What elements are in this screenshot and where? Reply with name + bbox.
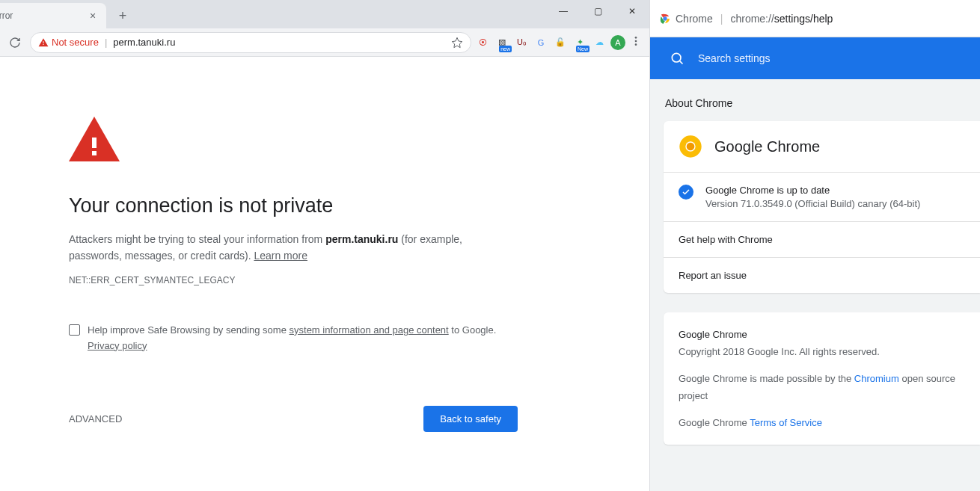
card-header: Google Chrome (664, 121, 980, 173)
tos-link[interactable]: Terms of Service (750, 417, 822, 428)
svg-point-10 (687, 143, 695, 151)
star-icon[interactable] (451, 37, 463, 49)
error-actions: ADVANCED Back to safety (69, 406, 518, 432)
back-to-safety-button[interactable]: Back to safety (423, 406, 518, 432)
unlock-icon[interactable]: 🔓 (554, 36, 567, 49)
menu-button[interactable] (630, 35, 645, 50)
svg-point-2 (635, 43, 637, 46)
security-label: Not secure (52, 37, 99, 48)
warning-icon (69, 117, 120, 161)
section-title: About Chrome (650, 97, 980, 109)
warning-triangle-icon (38, 37, 49, 48)
checkbox[interactable] (69, 324, 80, 336)
maximize-button[interactable]: ▢ (581, 0, 615, 22)
error-code: NET::ERR_CERT_SYMANTEC_LEGACY (69, 275, 581, 285)
address-bar[interactable]: Not secure | perm.tanuki.ru (30, 32, 471, 53)
svg-point-0 (635, 37, 637, 39)
tab-title: error (0, 10, 87, 21)
minimize-button[interactable]: — (546, 0, 581, 22)
browser-window-left: error × + — ▢ ✕ Not secure | perm.tanuki… (0, 0, 649, 491)
svg-point-1 (635, 40, 637, 42)
opensource-text: Google Chrome is made possible by the Ch… (679, 370, 965, 405)
svg-point-5 (663, 16, 667, 20)
settings-omnibox-row: Chrome | chrome://settings/help (650, 0, 980, 37)
error-page: Your connection is not private Attackers… (0, 57, 649, 491)
toolbar: Not secure | perm.tanuki.ru ⦿▧newU₀G🔓✦Ne… (0, 28, 649, 57)
svg-rect-3 (92, 138, 97, 148)
learn-more-link[interactable]: Learn more (254, 250, 307, 262)
card-title: Google Chrome (714, 138, 820, 155)
svg-point-6 (672, 53, 681, 62)
new-tab-button[interactable]: + (112, 5, 133, 26)
search-input[interactable] (698, 52, 961, 64)
extension-icon-1[interactable]: ▧new (495, 36, 509, 49)
chrome-brand: Chrome (659, 13, 713, 25)
google-translate-icon[interactable]: G (534, 36, 548, 49)
check-circle-icon (679, 185, 693, 200)
get-help-link[interactable]: Get help with Chrome (664, 222, 980, 258)
ublock-origin-icon[interactable]: ⦿ (476, 36, 489, 49)
security-status[interactable]: Not secure (38, 37, 99, 48)
tab-strip: error × + — ▢ ✕ (0, 0, 649, 28)
url-text: perm.tanuki.ru (113, 37, 175, 48)
tos-text: Google Chrome Terms of Service (679, 414, 965, 431)
extension-icons: ⦿▧newU₀G🔓✦New☁ (476, 36, 606, 49)
copyright-text: Copyright 2018 Google Inc. All rights re… (679, 343, 965, 360)
about-card: Google Chrome Google Chrome is up to dat… (664, 121, 980, 293)
status-primary: Google Chrome is up to date (705, 185, 920, 196)
svg-rect-4 (92, 151, 97, 155)
chrome-logo-small-icon (659, 13, 671, 25)
footer-card: Google Chrome Copyright 2018 Google Inc.… (664, 312, 980, 445)
version-text: Version 71.0.3549.0 (Official Build) can… (705, 198, 920, 209)
close-tab-icon[interactable]: × (87, 10, 99, 22)
reload-button[interactable] (4, 32, 25, 53)
update-status: Google Chrome is up to date Version 71.0… (664, 173, 980, 222)
error-heading: Your connection is not private (69, 194, 581, 217)
chrome-logo-icon (679, 135, 702, 158)
svg-line-7 (680, 61, 683, 64)
error-description: Attackers might be trying to steal your … (69, 231, 518, 265)
browser-tab[interactable]: error × (0, 3, 106, 28)
settings-url[interactable]: chrome://settings/help (730, 13, 833, 25)
system-info-link[interactable]: system information and page content (290, 324, 449, 336)
profile-avatar[interactable]: A (610, 35, 625, 50)
search-icon (670, 51, 685, 66)
window-controls: — ▢ ✕ (546, 0, 649, 22)
extension-icon-2[interactable]: ✦New (573, 36, 587, 49)
chromium-link[interactable]: Chromium (854, 373, 899, 384)
footer-title: Google Chrome (679, 326, 965, 343)
advanced-button[interactable]: ADVANCED (69, 413, 122, 424)
settings-search-bar[interactable] (650, 37, 980, 79)
safe-browsing-opt-in: Help improve Safe Browsing by sending so… (69, 323, 518, 354)
report-issue-link[interactable]: Report an issue (664, 258, 980, 293)
settings-body: About Chrome Google Chrome Google Chrome… (650, 79, 980, 445)
browser-window-right: Chrome | chrome://settings/help About Ch… (649, 0, 980, 491)
privacy-policy-link[interactable]: Privacy policy (88, 340, 147, 351)
ublock-icon[interactable]: U₀ (515, 36, 528, 49)
close-window-button[interactable]: ✕ (615, 0, 649, 22)
enhancer-icon[interactable]: ☁ (592, 36, 606, 49)
